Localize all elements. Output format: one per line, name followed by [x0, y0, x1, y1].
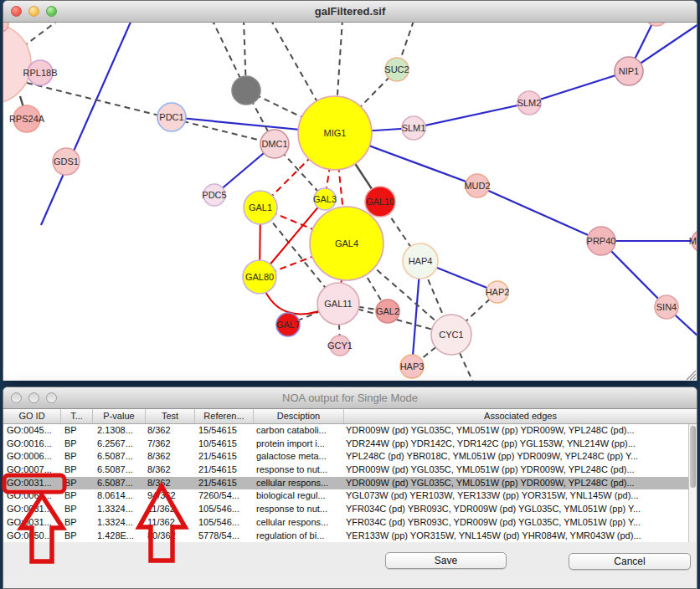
- table-cell[interactable]: 1.3324...: [93, 503, 146, 516]
- resize-grip[interactable]: [693, 377, 696, 380]
- table-cell[interactable]: YFR034C (pd) YBR093C, YDR009W (pd) YGL03…: [344, 503, 697, 516]
- table-row[interactable]: GO:0031...BP1.3324...11/362105/546...cel…: [3, 516, 697, 530]
- table-cell[interactable]: 8.0614...: [93, 489, 146, 503]
- table-cell[interactable]: BP: [61, 530, 93, 543]
- table-cell[interactable]: 15/54615: [195, 424, 254, 438]
- table-cell[interactable]: cellular respons...: [254, 516, 344, 530]
- table-row[interactable]: GO:0031...BP1.3324...11/362105/546...res…: [3, 503, 697, 516]
- table-cell[interactable]: 6.5087...: [93, 464, 146, 477]
- noa-window-titlebar[interactable]: NOA output for Single Mode: [3, 387, 697, 409]
- table-cell[interactable]: response to nut...: [254, 503, 344, 516]
- table-cell[interactable]: YDR244W (pp) YDR142C, YDR142C (pp) YGL15…: [344, 438, 697, 451]
- noa-window-title: NOA output for Single Mode: [3, 392, 697, 404]
- network-canvas[interactable]: RPL18BRPS24AGDS1PDC1DMC1MIG1SUC2SLM1SLM2…: [3, 23, 697, 381]
- table-cell[interactable]: 8/362: [146, 464, 195, 477]
- table-cell[interactable]: 11/362: [146, 516, 195, 530]
- network-node[interactable]: [232, 76, 260, 105]
- table-cell[interactable]: GO:0065...: [3, 489, 61, 503]
- column-header-t[interactable]: T...: [61, 409, 93, 423]
- scrollbar-thumb[interactable]: [690, 426, 696, 488]
- table-cell[interactable]: 8/362: [146, 450, 195, 464]
- table-row[interactable]: GO:0065...BP8.0614...94/3627260/54...bio…: [3, 489, 697, 503]
- table-row[interactable]: GO:0031...BP6.5087...8/36221/54615cellul…: [3, 477, 697, 490]
- table-cell[interactable]: 7/362: [146, 438, 195, 451]
- column-header-test[interactable]: Test: [146, 409, 195, 423]
- network-edge: [22, 23, 59, 48]
- network-node[interactable]: [3, 23, 31, 104]
- table-cell[interactable]: GO:0016...: [3, 438, 61, 451]
- table-cell[interactable]: YDR009W (pd) YGL035C, YML051W (pp) YDR00…: [344, 464, 697, 477]
- table-cell[interactable]: carbon cataboli...: [254, 424, 344, 438]
- table-cell[interactable]: 10/54615: [195, 438, 254, 451]
- table-cell[interactable]: BP: [61, 438, 93, 451]
- table-cell[interactable]: YDR009W (pd) YGL035C, YML051W (pp) YDR00…: [344, 477, 697, 490]
- save-button[interactable]: Save: [385, 552, 507, 569]
- table-cell[interactable]: GO:0031...: [3, 516, 61, 530]
- column-header-referen[interactable]: Referen...: [195, 409, 254, 423]
- column-header-associated-edges[interactable]: Associated edges: [344, 409, 697, 423]
- table-cell[interactable]: BP: [61, 450, 93, 464]
- node-label: SLM1: [402, 123, 426, 133]
- table-cell[interactable]: GO:0031...: [3, 477, 61, 490]
- table-cell[interactable]: 21/54615: [195, 464, 254, 477]
- table-cell[interactable]: BP: [61, 477, 93, 490]
- table-cell[interactable]: galactose meta...: [254, 450, 344, 464]
- table-cell[interactable]: 5778/54...: [195, 530, 254, 543]
- table-cell[interactable]: 7260/54...: [195, 489, 254, 503]
- table-cell[interactable]: GO:0031...: [3, 503, 61, 516]
- node-label: GAL4: [335, 238, 358, 248]
- table-cell[interactable]: 6.5087...: [93, 450, 146, 464]
- table-cell[interactable]: 21/54615: [195, 477, 254, 490]
- table-cell[interactable]: response to nut...: [254, 464, 344, 477]
- table-cell[interactable]: 2.1308...: [93, 424, 146, 438]
- table-cell[interactable]: YER133W (pp) YOR315W, YNL145W (pd) YHR08…: [344, 530, 697, 543]
- table-cell[interactable]: YFR034C (pd) YBR093C, YDR009W (pd) YGL03…: [344, 516, 697, 530]
- table-cell[interactable]: 21/54615: [195, 450, 254, 464]
- table-cell[interactable]: BP: [61, 424, 93, 438]
- table-cell[interactable]: 105/546...: [195, 516, 254, 530]
- table-cell[interactable]: YGL073W (pd) YER103W, YER133W (pp) YOR31…: [344, 489, 697, 503]
- table-cell[interactable]: 1.428E...: [93, 530, 146, 543]
- table-cell[interactable]: 8/362: [146, 477, 195, 490]
- table-cell[interactable]: YDR009W (pd) YGL035C, YML051W (pp) YDR00…: [344, 424, 697, 438]
- table-cell[interactable]: 1.3324...: [93, 516, 146, 530]
- column-header-desciption[interactable]: Desciption: [254, 409, 344, 423]
- node-label: PRP40: [587, 236, 616, 246]
- table-row[interactable]: GO:0050...BP1.428E...80/3625778/54...reg…: [3, 530, 697, 543]
- table-row[interactable]: GO:0016...BP6.2567...7/36210/54615protei…: [3, 438, 697, 451]
- table-cell[interactable]: BP: [61, 464, 93, 477]
- table-cell[interactable]: YPL248C (pd) YBR018C, YML051W (pp) YDR00…: [344, 450, 697, 464]
- table-cell[interactable]: 8/362: [146, 424, 195, 438]
- column-header-go-id[interactable]: GO ID: [3, 409, 61, 423]
- network-window-title: galFiltered.sif: [3, 5, 697, 18]
- table-cell[interactable]: BP: [61, 516, 93, 530]
- table-cell[interactable]: 6.5087...: [93, 477, 146, 490]
- table-cell[interactable]: BP: [61, 489, 93, 503]
- table-cell[interactable]: biological regul...: [254, 489, 344, 503]
- table-cell[interactable]: 6.2567...: [93, 438, 146, 451]
- node-label: GAL7: [276, 320, 300, 330]
- column-header-p-value[interactable]: P-value: [93, 409, 146, 423]
- table-cell[interactable]: GO:0006...: [3, 450, 61, 464]
- network-node[interactable]: [646, 23, 667, 26]
- table-cell[interactable]: regulation of bi...: [254, 530, 344, 543]
- network-canvas-svg[interactable]: RPL18BRPS24AGDS1PDC1DMC1MIG1SUC2SLM1SLM2…: [3, 23, 697, 381]
- table-scrollbar[interactable]: [688, 424, 697, 542]
- table-row[interactable]: GO:0006...BP6.5087...8/36221/54615galact…: [3, 450, 697, 464]
- network-window-titlebar[interactable]: galFiltered.sif: [3, 1, 697, 23]
- node-label: GAL11: [324, 299, 352, 309]
- table-cell[interactable]: GO:0007...: [3, 464, 61, 477]
- table-cell[interactable]: 94/362: [146, 489, 195, 503]
- table-cell[interactable]: cellular respons...: [254, 477, 344, 490]
- table-cell[interactable]: 80/362: [146, 530, 195, 543]
- table-cell[interactable]: protein import i...: [254, 438, 344, 451]
- table-cell[interactable]: GO:0045...: [3, 424, 61, 438]
- table-cell[interactable]: 105/546...: [195, 503, 254, 516]
- cancel-button[interactable]: Cancel: [569, 553, 691, 570]
- noa-table-header[interactable]: GO IDT...P-valueTestReferen...Desciption…: [3, 409, 697, 424]
- table-cell[interactable]: GO:0050...: [3, 530, 61, 543]
- table-row[interactable]: GO:0045...BP2.1308...8/36215/54615carbon…: [3, 424, 697, 438]
- table-cell[interactable]: BP: [61, 503, 93, 516]
- table-cell[interactable]: 11/362: [146, 503, 195, 516]
- table-row[interactable]: GO:0007...BP6.5087...8/36221/54615respon…: [3, 464, 697, 477]
